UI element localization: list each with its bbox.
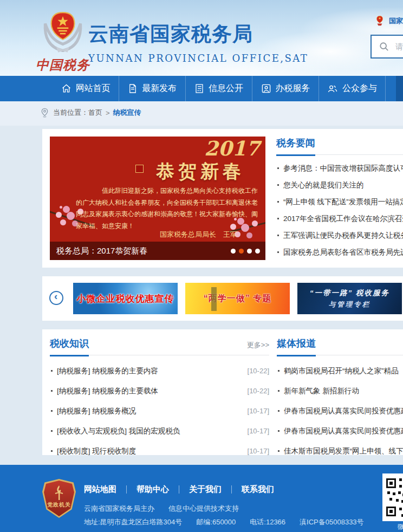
more-link[interactable]: 更多>> (247, 340, 269, 350)
main-nav: 网站首页 最新发布 信息公开 (0, 76, 403, 101)
media-item: 新年新气象 新招新行动 (277, 381, 403, 401)
knowledge-item: [纳税服务] 纳税服务的主要内容 [10-22] (50, 361, 269, 381)
media-reports-panel: 媒体报道 鹤岗市国税局召开“纳税人之家”精品 新年新气象 新招新行动 伊春市国税… (277, 337, 403, 455)
location-pin-icon (41, 108, 49, 118)
breadcrumb: 当前位置： 首页 > 纳税宣传 (41, 108, 141, 118)
site-footer: 党政机关 网站地图 帮助中心 关于我们 联系我们 云南省国家税务局主办 信息中心… (0, 465, 403, 532)
site-logo[interactable]: 中国税务 (32, 10, 93, 74)
media-reports-list: 鹤岗市国税局召开“纳税人之家”精品 新年新气象 新招新行动 伊春市国税局认真落实… (277, 361, 403, 455)
news-link[interactable]: 2017年全省国税工作会议在哈尔滨召开 (276, 215, 403, 223)
footer-contact-line: 地址:昆明市盘龙区白塔路304号 邮编:650000 电话:12366 滇ICP… (84, 517, 378, 527)
item-date: [10-17] (248, 427, 269, 435)
media-link[interactable]: 佳木斯市国税局发票“网上申领、线下 (277, 447, 403, 455)
nav-label: 最新发布 (142, 83, 177, 94)
logo-caption: 中国税务 (32, 56, 93, 74)
plum-blossoms (60, 206, 62, 209)
hero-card: 2017 恭贺新春 值此辞旧迎新之际，国家税务总局向关心支持税收工作的广大纳税人… (42, 129, 403, 268)
media-link[interactable]: 新年新气象 新招新行动 (277, 387, 359, 395)
media-item: 佳木斯市国税局发票“网上申领、线下 (277, 441, 403, 455)
tax-knowledge-list: [纳税服务] 纳税服务的主要内容 [10-22] [纳税服务] 纳税服务的主要载… (50, 361, 269, 461)
carousel-body-text: 值此辞旧迎新之际，国家税务总局向关心支持税收工作的广大纳税人和社会各界朋友，向全… (76, 185, 261, 232)
footer-organizer-line: 云南省国家税务局主办 信息中心提供技术支持 (84, 504, 253, 514)
tax-emblem-icon (40, 10, 86, 55)
banner-small-business[interactable]: 小微企业税收优惠宣传 (73, 283, 178, 314)
nav-item-tax-service[interactable]: 办税服务 (252, 76, 319, 101)
carousel-headline: 恭贺新春 (156, 159, 245, 184)
carousel-dot-active[interactable] (239, 249, 244, 254)
carousel[interactable]: 2017 恭贺新春 值此辞旧迎新之际，国家税务总局向关心支持税收工作的广大纳税人… (50, 137, 265, 260)
news-link[interactable]: 国家税务总局表彰各省区市税务局先进 (276, 248, 403, 256)
item-date: [10-22] (248, 367, 269, 375)
media-link[interactable]: 伊春市国税局认真落实民间投资优惠政 (277, 427, 403, 435)
sat-portal-link[interactable]: 国家税务总局 (389, 16, 403, 26)
home-icon (61, 83, 72, 94)
carousel-dot[interactable] (255, 249, 260, 254)
news-link[interactable]: “网上申领 线下配送”发票领用一站搞定 (276, 198, 403, 206)
nav-item-disclosure[interactable]: 信息公开 (186, 76, 252, 101)
footer-link-divider (126, 485, 127, 494)
footer-link-divider (231, 485, 232, 494)
nav-spacer (0, 76, 53, 101)
footer-support: 信息中心提供技术支持 (168, 504, 239, 514)
nav-item-home[interactable]: 网站首页 (53, 76, 119, 101)
news-item: 2017年全省国税工作会议在哈尔滨召开 (276, 210, 403, 226)
breadcrumb-home-link[interactable]: 首页 (88, 108, 102, 118)
knowledge-link[interactable]: [纳税服务] 纳税服务的主要内容 (50, 367, 158, 375)
torch-icon (53, 485, 65, 501)
media-reports-header: 媒体报道 (277, 337, 403, 355)
knowledge-link[interactable]: [税收收入与宏观税负] 我国的宏观税负 (50, 427, 180, 435)
document-icon (128, 83, 138, 94)
mini-tax-emblem-icon (374, 15, 386, 27)
footer-address: 地址:昆明市盘龙区白塔路304号 (84, 517, 182, 527)
news-item: 参考消息：中国营改增获国际高度认可 (276, 159, 403, 176)
carousel-dot[interactable] (247, 249, 252, 254)
page: 中国税务 云南省国家税务局 YUNNAN PROVINCIAL OFFICE,S… (0, 0, 403, 532)
banner-two-studies[interactable]: “两学一做” 专题 (185, 283, 290, 314)
footer-link-sitemap[interactable]: 网站地图 (84, 484, 116, 495)
knowledge-item: [税收制度] 现行税收制度 [10-17] (50, 441, 269, 461)
site-subtitle: YUNNAN PROVINCIAL OFFICE,SAT (88, 53, 308, 64)
carousel-signature: 国家税务总局局长 王军 (160, 230, 237, 239)
news-link[interactable]: 王军强调让便民办税春风更持久让税务 (276, 231, 403, 239)
strip-prev-button[interactable] (49, 291, 63, 305)
media-link[interactable]: 鹤岗市国税局召开“纳税人之家”精品 (277, 367, 399, 375)
banner-belt-road[interactable]: “一带一路” 税收服务 与管理专栏 (297, 283, 402, 314)
news-link[interactable]: 参考消息：中国营改增获国际高度认可 (276, 164, 403, 172)
banner-title-line1: “一带一路” 税收服务 (310, 288, 389, 298)
footer-link-about[interactable]: 关于我们 (189, 484, 222, 495)
banner-strip-card: 小微企业税收优惠宣传 “两学一做” 专题 “一带一路” 税收服务 与管理专栏 (42, 276, 403, 321)
tax-news-panel: 税务要闻 参考消息：中国营改增获国际高度认可 您关心的就是我们关注的 “网上申领… (276, 137, 403, 260)
footer-link-contact[interactable]: 联系我们 (242, 484, 274, 495)
media-item: 伊春市国税局认真落实民间投资优惠政 (277, 421, 403, 441)
site-title: 云南省国家税务局 (88, 21, 308, 48)
footer-postcode: 邮编:650000 (196, 517, 236, 527)
media-reports-title: 媒体报道 (277, 337, 316, 350)
nav-item-public[interactable]: 公众参与 (319, 76, 386, 101)
media-item: 鹤岗市国税局召开“纳税人之家”精品 (277, 361, 403, 381)
nav-item-latest[interactable]: 最新发布 (119, 76, 186, 101)
tax-news-title: 税务要闻 (276, 137, 315, 150)
carousel-caption-link[interactable]: 税务总局：2017恭贺新春 (56, 246, 147, 256)
qr-pattern (385, 476, 403, 518)
news-link[interactable]: 您关心的就是我们关注的 (276, 181, 364, 189)
knowledge-link[interactable]: [纳税服务] 纳税服务的主要载体 (50, 387, 158, 395)
search-input[interactable] (394, 42, 403, 51)
carousel-dot[interactable] (231, 249, 236, 254)
footer-link-help[interactable]: 帮助中心 (136, 484, 169, 495)
tax-knowledge-header: 税收知识 更多>> (50, 337, 269, 355)
knowledge-item: [税收收入与宏观税负] 我国的宏观税负 [10-17] (50, 421, 269, 441)
nav-label: 网站首页 (76, 83, 110, 94)
nav-item-clipped[interactable] (396, 76, 403, 101)
media-link[interactable]: 伊春市国税局认真落实民间投资优惠政 (277, 407, 403, 415)
footer-link-divider (179, 485, 179, 494)
knowledge-link[interactable]: [纳税服务] 纳税服务概况 (50, 407, 136, 415)
gov-badge-label: 党政机关 (44, 501, 74, 509)
gov-badge-inner: 党政机关 (44, 481, 74, 516)
knowledge-link[interactable]: [税收制度] 现行税收制度 (50, 447, 136, 455)
item-date: [10-17] (248, 447, 269, 455)
breadcrumb-current[interactable]: 纳税宣传 (113, 108, 141, 118)
nav-label: 公众参与 (342, 83, 377, 94)
footer-links: 网站地图 帮助中心 关于我们 联系我们 (84, 484, 274, 495)
carousel-caption-bar: 税务总局：2017恭贺新春 (50, 242, 265, 260)
sat-portal-link-block: 国家税务总局 (374, 15, 403, 27)
